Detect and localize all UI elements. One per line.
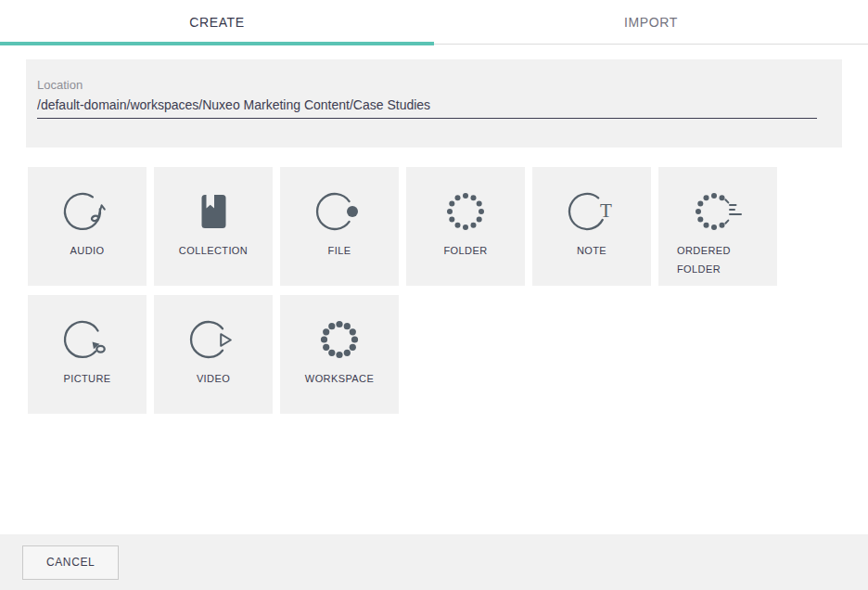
doc-type-folder[interactable]: FOLDER — [406, 167, 525, 286]
collection-icon — [187, 186, 239, 237]
svg-text:T: T — [600, 199, 612, 222]
doc-type-audio[interactable]: AUDIO — [28, 167, 147, 286]
ordered-folder-icon — [692, 186, 744, 237]
picture-icon — [61, 314, 113, 366]
doc-type-note[interactable]: T NOTE — [532, 167, 651, 286]
workspace-icon — [313, 314, 365, 366]
tab-import-label: IMPORT — [624, 15, 678, 30]
doc-type-label: NOTE — [577, 241, 606, 260]
dialog-footer: CANCEL — [0, 534, 868, 590]
tab-create-label: CREATE — [189, 15, 244, 30]
audio-icon — [61, 186, 113, 237]
doc-type-label: FILE — [328, 241, 351, 260]
doc-type-label: FOLDER — [443, 241, 487, 260]
doc-type-label: WORKSPACE — [305, 369, 374, 388]
dialog-tabs: CREATE IMPORT — [0, 0, 868, 45]
cancel-button[interactable]: CANCEL — [22, 545, 119, 580]
doc-type-label: AUDIO — [70, 241, 105, 260]
doc-type-label: ORDERED FOLDER — [677, 241, 759, 278]
video-icon — [187, 314, 239, 366]
file-icon — [313, 186, 365, 237]
location-field-label: Location — [37, 77, 817, 93]
note-icon: T — [566, 186, 618, 237]
doc-type-picture[interactable]: PICTURE — [28, 295, 147, 414]
tab-create[interactable]: CREATE — [0, 0, 434, 44]
doc-type-workspace[interactable]: WORKSPACE — [280, 295, 399, 414]
tab-import[interactable]: IMPORT — [434, 0, 868, 44]
location-panel: Location /default-domain/workspaces/Nuxe… — [26, 59, 842, 148]
folder-icon — [440, 186, 491, 237]
doc-type-ordered-folder[interactable]: ORDERED FOLDER — [658, 167, 777, 286]
doc-type-grid-area: AUDIO COLLECTION FILE — [0, 148, 868, 534]
doc-type-label: PICTURE — [63, 369, 110, 388]
doc-type-label: COLLECTION — [179, 241, 248, 260]
doc-type-label: VIDEO — [197, 369, 230, 388]
doc-type-collection[interactable]: COLLECTION — [154, 167, 273, 286]
doc-type-video[interactable]: VIDEO — [154, 295, 273, 414]
doc-type-file[interactable]: FILE — [280, 167, 399, 286]
create-document-dialog: CREATE IMPORT Location /default-domain/w… — [0, 0, 868, 590]
doc-type-grid: AUDIO COLLECTION FILE — [0, 148, 868, 423]
location-path-input[interactable]: /default-domain/workspaces/Nuxeo Marketi… — [37, 96, 817, 119]
